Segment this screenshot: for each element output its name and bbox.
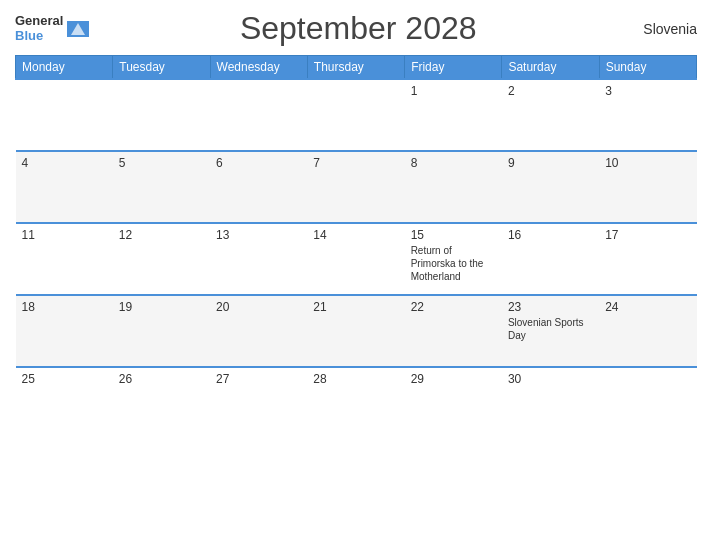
day-number: 10 (605, 156, 690, 170)
day-number: 8 (411, 156, 496, 170)
day-number: 11 (22, 228, 107, 242)
calendar-cell: 1 (405, 79, 502, 151)
day-number: 27 (216, 372, 301, 386)
day-number: 17 (605, 228, 690, 242)
day-number: 16 (508, 228, 593, 242)
day-number: 24 (605, 300, 690, 314)
calendar-cell (307, 79, 404, 151)
col-thursday: Thursday (307, 56, 404, 80)
day-number: 9 (508, 156, 593, 170)
calendar-cell (599, 367, 696, 439)
calendar-cell: 3 (599, 79, 696, 151)
calendar-cell: 27 (210, 367, 307, 439)
day-number: 30 (508, 372, 593, 386)
calendar-cell: 25 (16, 367, 113, 439)
day-number: 6 (216, 156, 301, 170)
day-number: 5 (119, 156, 204, 170)
calendar-cell (210, 79, 307, 151)
calendar-cell: 24 (599, 295, 696, 367)
logo-blue-text: Blue (15, 29, 63, 43)
col-friday: Friday (405, 56, 502, 80)
calendar-cell: 19 (113, 295, 210, 367)
day-number: 19 (119, 300, 204, 314)
col-saturday: Saturday (502, 56, 599, 80)
calendar-cell: 17 (599, 223, 696, 295)
day-number: 1 (411, 84, 496, 98)
calendar-cell: 26 (113, 367, 210, 439)
calendar-week-row: 123 (16, 79, 697, 151)
calendar-cell: 30 (502, 367, 599, 439)
calendar-cell: 20 (210, 295, 307, 367)
calendar-page: General Blue September 2028 Slovenia Mon… (0, 0, 712, 550)
calendar-cell: 10 (599, 151, 696, 223)
event-label: Return of Primorska to the Motherland (411, 244, 496, 283)
calendar-cell: 8 (405, 151, 502, 223)
day-number: 12 (119, 228, 204, 242)
col-tuesday: Tuesday (113, 56, 210, 80)
calendar-cell: 13 (210, 223, 307, 295)
calendar-cell: 28 (307, 367, 404, 439)
logo-flag-icon (67, 21, 89, 37)
calendar-week-row: 1112131415Return of Primorska to the Mot… (16, 223, 697, 295)
day-number: 2 (508, 84, 593, 98)
day-number: 7 (313, 156, 398, 170)
day-number: 3 (605, 84, 690, 98)
day-number: 28 (313, 372, 398, 386)
day-number: 23 (508, 300, 593, 314)
calendar-week-row: 45678910 (16, 151, 697, 223)
calendar-cell: 22 (405, 295, 502, 367)
calendar-cell: 2 (502, 79, 599, 151)
calendar-title: September 2028 (89, 10, 627, 47)
calendar-cell: 6 (210, 151, 307, 223)
calendar-table: Monday Tuesday Wednesday Thursday Friday… (15, 55, 697, 439)
logo-general-text: General (15, 14, 63, 28)
day-number: 14 (313, 228, 398, 242)
event-label: Slovenian Sports Day (508, 316, 593, 342)
calendar-cell: 9 (502, 151, 599, 223)
col-sunday: Sunday (599, 56, 696, 80)
day-number: 13 (216, 228, 301, 242)
calendar-cell: 11 (16, 223, 113, 295)
calendar-cell: 16 (502, 223, 599, 295)
calendar-header: General Blue September 2028 Slovenia (15, 10, 697, 47)
calendar-cell: 5 (113, 151, 210, 223)
calendar-cell: 29 (405, 367, 502, 439)
day-number: 22 (411, 300, 496, 314)
calendar-cell: 18 (16, 295, 113, 367)
day-number: 29 (411, 372, 496, 386)
col-monday: Monday (16, 56, 113, 80)
day-number: 18 (22, 300, 107, 314)
calendar-header-row: Monday Tuesday Wednesday Thursday Friday… (16, 56, 697, 80)
day-number: 26 (119, 372, 204, 386)
day-number: 4 (22, 156, 107, 170)
calendar-cell: 7 (307, 151, 404, 223)
day-number: 20 (216, 300, 301, 314)
calendar-week-row: 252627282930 (16, 367, 697, 439)
day-number: 21 (313, 300, 398, 314)
day-number: 25 (22, 372, 107, 386)
calendar-cell: 14 (307, 223, 404, 295)
country-label: Slovenia (627, 21, 697, 37)
calendar-cell: 4 (16, 151, 113, 223)
calendar-cell (113, 79, 210, 151)
calendar-cell: 23Slovenian Sports Day (502, 295, 599, 367)
calendar-cell: 21 (307, 295, 404, 367)
calendar-cell (16, 79, 113, 151)
calendar-cell: 15Return of Primorska to the Motherland (405, 223, 502, 295)
calendar-cell: 12 (113, 223, 210, 295)
calendar-week-row: 181920212223Slovenian Sports Day24 (16, 295, 697, 367)
col-wednesday: Wednesday (210, 56, 307, 80)
day-number: 15 (411, 228, 496, 242)
logo: General Blue (15, 14, 89, 43)
